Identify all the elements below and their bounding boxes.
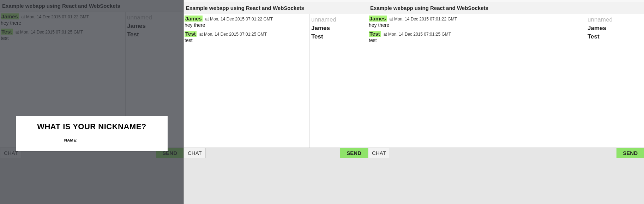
user-list: unnamed James Test [309,14,368,148]
dim-overlay [0,0,183,204]
message-timestamp: at Mon, 14 Dec 2015 07:01:25 GMT [384,32,451,37]
modal-title: WHAT IS YOUR NICKNAME? [19,122,164,131]
chat-input[interactable] [206,148,341,158]
send-button[interactable]: SEND [616,148,644,158]
user-item: James [311,25,366,32]
send-button[interactable]: SEND [340,148,368,158]
user-item: Test [311,33,366,40]
message-text: test [369,37,585,43]
chat-label: CHAT [368,148,390,158]
message-row: Test at Mon, 14 Dec 2015 07:01:25 GMT te… [369,31,585,43]
message-text: test [185,37,309,43]
app-header: Example webapp using React and WebSocket… [368,2,644,14]
pane: Example webapp using React and WebSocket… [368,0,644,204]
chat-footer: CHAT SEND [184,148,368,158]
message-list: James at Mon, 14 Dec 2015 07:01:22 GMT h… [368,14,586,148]
message-text: hey there [369,22,585,28]
message-author: James [185,16,203,22]
message-timestamp: at Mon, 14 Dec 2015 07:01:22 GMT [390,17,457,22]
message-list: James at Mon, 14 Dec 2015 07:01:22 GMT h… [184,14,309,148]
message-author: James [369,16,387,22]
user-placeholder: unnamed [588,16,643,23]
message-row: James at Mon, 14 Dec 2015 07:01:22 GMT h… [369,16,585,28]
message-author: Test [369,31,381,37]
message-timestamp: at Mon, 14 Dec 2015 07:01:25 GMT [199,32,267,37]
pane: Example webapp using React and WebSocket… [184,0,368,204]
pane-with-modal: Example webapp using React and WebSocket… [0,0,184,204]
message-text: hey there [185,22,309,28]
chat-input[interactable] [390,148,617,158]
chat-footer: CHAT SEND [368,148,644,158]
message-author: Test [185,31,197,37]
modal-label: NAME: [64,138,78,142]
user-list: unnamed James Test [586,14,644,148]
user-item: Test [588,33,643,40]
message-row: Test at Mon, 14 Dec 2015 07:01:25 GMT te… [185,31,309,43]
nickname-input[interactable] [80,137,119,143]
chat-label: CHAT [184,148,206,158]
nickname-modal: WHAT IS YOUR NICKNAME? NAME: [16,116,168,151]
message-timestamp: at Mon, 14 Dec 2015 07:01:22 GMT [205,17,273,22]
user-item: James [588,25,643,32]
app-header: Example webapp using React and WebSocket… [184,2,368,14]
message-row: James at Mon, 14 Dec 2015 07:01:22 GMT h… [185,16,309,28]
user-placeholder: unnamed [311,16,366,23]
